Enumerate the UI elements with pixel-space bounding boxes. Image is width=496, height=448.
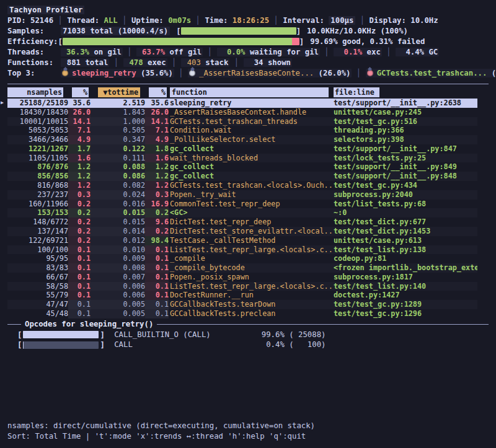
- table-row[interactable]: 237/2370.30.0240.3Popen._try_waitsubproc…: [7, 190, 477, 200]
- cell-pct-direct: 35.6: [68, 99, 91, 108]
- table-row[interactable]: 137/1470.20.0140.2DictTest.test_store_ev…: [7, 227, 477, 236]
- cell-tottime-value: 0.010: [123, 245, 145, 254]
- separator-icon: │: [382, 48, 396, 56]
- cell-tottime-value: 0.005: [123, 300, 145, 309]
- cell-function-value: CommonTest.test_repr_deep: [170, 200, 280, 208]
- top3-function-name: GCTests.test_trashcan...: [377, 69, 492, 77]
- cell-pct-cumulative-value: 0.1: [156, 245, 169, 254]
- cell-tottime: 0.014: [91, 227, 145, 236]
- cell-tottime: 0.015: [91, 217, 145, 227]
- table-row[interactable]: 95/950.10.0090.1_compilecodeop.py:81: [7, 254, 477, 263]
- status-interval-value: 100μs: [329, 16, 355, 25]
- cell-function: _PollLikeSelector.select: [169, 135, 332, 144]
- cell-file-line: ~:0: [332, 208, 477, 217]
- table-row[interactable]: 1221/12671.70.1221.8gc_collecttest/suppo…: [7, 144, 477, 154]
- table-row[interactable]: 160/119660.20.01616.9CommonTest.test_rep…: [7, 200, 477, 209]
- cell-nsamples: 47/47: [7, 300, 68, 309]
- cell-function-value: <GC>: [170, 208, 187, 217]
- cell-function: ListTest.test_repr_large.<locals>.c...: [169, 282, 332, 291]
- opcodes-list: [] CALL_BUILTIN_O (CALL)99.6% ( 25088)[]…: [7, 330, 489, 350]
- cell-tottime: 0.012: [91, 236, 145, 245]
- table-row[interactable]: 5053/50537.10.5057.1Condition.waitthread…: [7, 126, 477, 135]
- functions-segment: 478 exec: [123, 58, 167, 67]
- table-row[interactable]: 100/1000.10.0100.1ListTest.test_repr_lar…: [7, 245, 477, 255]
- table-row[interactable]: 66/670.10.0070.1Popen._posix_spawnsubpro…: [7, 273, 477, 282]
- column-header-pct-cumul[interactable]: %: [149, 87, 167, 97]
- cell-pct-cumulative: 9.6: [145, 217, 169, 227]
- table-row[interactable]: 45/480.10.0050.1GCCallbackTests.preclean…: [7, 309, 477, 318]
- table-row[interactable]: 1105/11051.60.1111.6wait_threads_blocked…: [7, 154, 477, 163]
- column-header-nsamples[interactable]: nsamples: [7, 87, 63, 97]
- cell-pct-cumulative: 0.1: [145, 282, 169, 291]
- column-header-file-line[interactable]: file:line: [334, 87, 379, 97]
- table-row[interactable]: 816/8681.20.0821.2GCTests.test_trashcan.…: [7, 181, 477, 190]
- cell-tottime-value: 0.012: [123, 236, 145, 245]
- column-header-pct-direct[interactable]: %: [72, 87, 89, 97]
- table-row[interactable]: 856/8561.20.0861.2gc_collecttest/support…: [7, 172, 477, 181]
- functions-value: 478: [125, 58, 143, 68]
- cell-pct-direct: 1.2: [68, 162, 91, 172]
- opcode-percent: 99.6%: [257, 330, 285, 340]
- cell-pct-direct-value: 0.2: [78, 208, 91, 217]
- cell-file-line: test/test_dict.py:1453: [332, 227, 477, 236]
- functions-text: stack: [201, 58, 228, 67]
- cell-nsamples: 237/237: [7, 190, 68, 200]
- cell-nsamples: 876/876: [7, 162, 68, 172]
- column-header-function[interactable]: function: [170, 87, 329, 97]
- title-line: Tachyon Profiler: [7, 5, 489, 15]
- cell-function: sleeping_retry: [169, 99, 332, 108]
- cell-pct-direct-value: 14.1: [73, 117, 91, 126]
- cell-function-value: gc_collect: [170, 144, 214, 153]
- cell-tottime-value: 0.086: [123, 172, 145, 180]
- cell-nsamples: 95/95: [7, 254, 68, 263]
- functions-line: Functions:881 total │ 478 exec │ 403 sta…: [7, 58, 489, 68]
- top3-percent: (26.0%): [319, 69, 351, 77]
- cell-pct-cumulative: 0.1: [145, 291, 169, 300]
- table-row[interactable]: 153/1530.20.0150.2<GC>~:0: [7, 208, 477, 217]
- cell-function: _AssertRaisesBaseContext.handle: [169, 108, 332, 117]
- cell-file-line: test/support/__init__.py:847: [332, 144, 477, 154]
- cell-nsamples-value: 25188/25189: [20, 99, 68, 107]
- table-row[interactable]: 148/67720.20.0159.6DictTest.test_repr_de…: [7, 217, 477, 227]
- cell-function-value: GCTests.test_trashcan_threads: [170, 117, 298, 126]
- cell-nsamples: 83/83: [7, 263, 68, 273]
- cell-file-line-value: test/test_gc.py:1289: [334, 300, 422, 309]
- cell-file-line: unittest/case.py:245: [332, 108, 477, 117]
- table-row[interactable]: 58/580.10.0060.1ListTest.test_repr_large…: [7, 282, 477, 291]
- cell-pct-direct-value: 0.1: [78, 245, 91, 254]
- table-row[interactable]: 47/470.10.0050.1GCCallbackTests.tearDown…: [7, 300, 477, 309]
- cell-nsamples: 10001/10015: [7, 117, 68, 126]
- cell-file-line-value: test/test_gc.py:1296: [334, 309, 422, 318]
- table-row[interactable]: 10001/1001514.11.00014.1GCTests.test_tra…: [7, 117, 477, 126]
- cell-pct-direct: 0.2: [68, 236, 91, 245]
- table-row[interactable]: 122/697210.20.01298.4TestCase._callTestM…: [7, 236, 477, 245]
- cell-tottime: 0.015: [91, 208, 145, 217]
- table-row[interactable]: 55/790.10.0060.1DocTestRunner.__rundocte…: [7, 291, 477, 300]
- cell-pct-cumulative-value: 0.1: [156, 263, 169, 272]
- cell-pct-cumulative: 0.1: [145, 263, 169, 273]
- cell-file-line: doctest.py:1427: [332, 291, 477, 300]
- cell-pct-direct: 0.1: [68, 245, 91, 255]
- column-header-tottime[interactable]: ▼tottime: [98, 87, 140, 97]
- table-row[interactable]: 3466/34664.90.3474.9_PollLikeSelector.se…: [7, 135, 477, 144]
- cell-file-line: test/test_gc.py:434: [332, 181, 477, 190]
- threads-value: 0.0%: [218, 47, 246, 58]
- samples-line: Samples:71038 total (10000.4/s)[]10.0KHz…: [7, 26, 489, 37]
- table-row[interactable]: 876/8761.20.0881.2gc_collecttest/support…: [7, 162, 477, 172]
- table-row[interactable]: 83/830.10.0080.1_compile_bytecode<frozen…: [7, 263, 477, 273]
- cell-tottime: 0.088: [91, 162, 145, 172]
- column-header-cell: %: [145, 87, 169, 97]
- table-row[interactable]: ▶25188/2518935.62.51935.6sleeping_retryt…: [7, 99, 477, 108]
- threads-segment: 36.3% on gil: [61, 48, 123, 56]
- cell-pct-cumulative: 26.0: [145, 108, 169, 117]
- cell-function: Popen._posix_spawn: [169, 273, 332, 282]
- divider: [7, 84, 489, 84]
- cell-pct-cumulative: 1.8: [145, 144, 169, 154]
- cell-file-line: subprocess.py:1817: [332, 273, 477, 282]
- separator-icon: │: [352, 69, 365, 77]
- cell-pct-direct: 26.0: [68, 108, 91, 117]
- cell-file-line-value: test/list_tests.py:68: [334, 200, 426, 208]
- table-row[interactable]: 18430/1843026.01.84326.0_AssertRaisesBas…: [7, 108, 477, 117]
- cell-pct-direct: 0.1: [68, 263, 91, 273]
- column-header-cell: function: [169, 87, 332, 97]
